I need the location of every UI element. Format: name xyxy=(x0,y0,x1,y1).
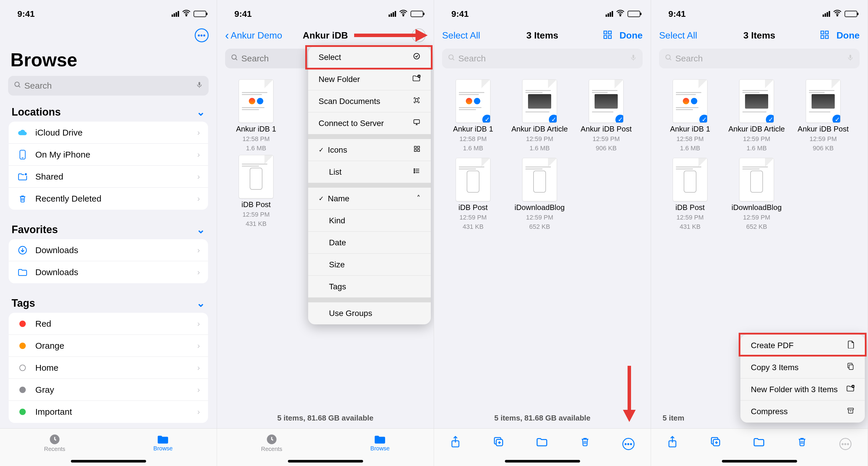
svg-rect-55 xyxy=(826,36,828,38)
search-field[interactable] xyxy=(8,76,209,95)
home-indicator[interactable] xyxy=(505,460,580,463)
file-item[interactable]: ✓Ankur iDB Post12:59 PM906 KB xyxy=(793,79,854,152)
home-indicator[interactable] xyxy=(288,460,363,463)
file-item[interactable]: ✓Ankur iDB Article12:59 PM1.6 MB xyxy=(509,79,570,152)
select-all-button[interactable]: Select All xyxy=(659,30,697,41)
file-time: 12:59 PM xyxy=(677,214,704,221)
file-name: Ankur iDB Post xyxy=(798,124,848,134)
menu-copy-items[interactable]: Copy 3 Items xyxy=(740,356,865,379)
favorite-downloads-2[interactable]: Downloads› xyxy=(9,261,208,283)
tag-gray[interactable]: Gray› xyxy=(9,379,208,401)
more-button[interactable]: ••• xyxy=(195,28,209,42)
file-item[interactable]: ✓Ankur iDB Post12:59 PM906 KB xyxy=(576,79,637,152)
favorite-downloads-1[interactable]: Downloads› xyxy=(9,239,208,261)
folder-icon xyxy=(17,268,28,276)
menu-sort-date[interactable]: Date xyxy=(308,232,431,254)
menu-use-groups[interactable]: Use Groups xyxy=(308,302,431,324)
tag-home[interactable]: Home› xyxy=(9,357,208,379)
file-item[interactable]: iDownloadBlog12:59 PM652 KB xyxy=(509,158,570,231)
move-button[interactable] xyxy=(536,436,548,449)
battery-icon xyxy=(844,11,857,17)
svg-point-30 xyxy=(414,172,415,173)
delete-button[interactable] xyxy=(797,436,807,450)
duplicate-button[interactable] xyxy=(493,436,504,450)
selected-check-icon: ✓ xyxy=(699,114,707,123)
menu-view-list[interactable]: List xyxy=(308,161,431,183)
location-shared[interactable]: Shared› xyxy=(9,166,208,188)
menu-new-folder-with-items[interactable]: New Folder with 3 Items xyxy=(740,379,865,401)
tab-browse[interactable]: Browse xyxy=(370,434,390,452)
tab-recents[interactable]: Recents xyxy=(44,434,65,453)
location-trash[interactable]: Recently Deleted› xyxy=(9,188,208,210)
chevron-left-icon: ‹ xyxy=(225,29,229,42)
svg-point-7 xyxy=(24,173,27,176)
file-item[interactable]: iDB Post 12:59 PM 431 KB xyxy=(226,155,286,228)
back-button[interactable]: ‹ Ankur Demo xyxy=(225,29,283,42)
file-thumbnail xyxy=(522,158,557,201)
menu-compress[interactable]: Compress xyxy=(740,401,865,423)
tag-red[interactable]: Red› xyxy=(9,313,208,335)
location-iphone[interactable]: On My iPhone› xyxy=(9,144,208,166)
tab-recents[interactable]: Recents xyxy=(261,434,282,453)
done-button[interactable]: Done xyxy=(619,30,643,41)
svg-rect-3 xyxy=(198,82,200,85)
svg-line-40 xyxy=(453,59,454,60)
menu-connect-server[interactable]: Connect to Server xyxy=(308,112,431,135)
menu-sort-name[interactable]: ✓Name˄ xyxy=(308,188,431,210)
share-button[interactable] xyxy=(667,436,678,450)
svg-point-12 xyxy=(403,15,404,16)
select-all-button[interactable]: Select All xyxy=(442,30,480,41)
menu-sort-size[interactable]: Size xyxy=(308,254,431,276)
menu-create-pdf[interactable]: Create PDF xyxy=(740,334,865,356)
home-indicator[interactable] xyxy=(71,460,146,463)
selected-check-icon: ✓ xyxy=(482,114,490,123)
svg-rect-54 xyxy=(821,36,824,38)
folder-screen-with-menu: 9:41 ‹ Ankur Demo Ankur iDB ••• Ankur iD… xyxy=(217,0,434,466)
file-item[interactable]: iDB Post12:59 PM431 KB xyxy=(443,158,503,231)
tag-important[interactable]: Important› xyxy=(9,401,208,423)
file-thumbnail xyxy=(673,158,707,201)
search-input[interactable] xyxy=(24,81,193,91)
svg-rect-37 xyxy=(604,36,607,38)
file-item[interactable]: ✓Ankur iDB Article12:59 PM1.6 MB xyxy=(726,79,787,152)
file-item[interactable]: iDownloadBlog12:59 PM652 KB xyxy=(726,158,787,231)
menu-scan-documents[interactable]: Scan Documents xyxy=(308,90,431,112)
delete-button[interactable] xyxy=(580,436,590,450)
duplicate-button[interactable] xyxy=(710,436,721,450)
move-button[interactable] xyxy=(753,436,765,449)
svg-rect-68 xyxy=(848,408,854,410)
signal-icon xyxy=(172,11,179,17)
tag-orange[interactable]: Orange› xyxy=(9,335,208,357)
status-bar: 9:41 xyxy=(651,0,868,24)
file-thumbnail: ✓ xyxy=(456,79,490,123)
done-button[interactable]: Done xyxy=(836,30,860,41)
share-button[interactable] xyxy=(450,436,461,450)
menu-sort-kind[interactable]: Kind xyxy=(308,210,431,232)
tags-header[interactable]: Tags ⌄ xyxy=(0,292,217,313)
grid-view-icon[interactable] xyxy=(820,30,830,41)
chevron-right-icon: › xyxy=(197,150,200,159)
favorites-header[interactable]: Favorites ⌄ xyxy=(0,219,217,239)
file-item[interactable]: iDB Post12:59 PM431 KB xyxy=(660,158,720,231)
mic-icon[interactable] xyxy=(196,81,203,91)
locations-header[interactable]: Locations ⌄ xyxy=(0,101,217,122)
menu-new-folder[interactable]: New Folder xyxy=(308,68,431,90)
file-item[interactable]: ✓Ankur iDB 112:58 PM1.6 MB xyxy=(443,79,503,152)
more-button[interactable]: ••• xyxy=(412,28,426,42)
menu-sort-tags[interactable]: Tags xyxy=(308,276,431,298)
more-actions-button[interactable]: ••• xyxy=(622,436,634,450)
status-time: 9:41 xyxy=(669,9,686,19)
grid-view-icon[interactable] xyxy=(603,30,613,41)
search-field xyxy=(659,49,860,68)
file-item[interactable]: ✓Ankur iDB 112:58 PM1.6 MB xyxy=(660,79,720,152)
chevron-right-icon: › xyxy=(197,194,200,203)
tab-browse[interactable]: Browse xyxy=(153,434,173,452)
more-actions-button[interactable]: ••• xyxy=(839,436,851,450)
menu-view-icons[interactable]: ✓Icons xyxy=(308,139,431,161)
file-size: 906 KB xyxy=(596,145,617,152)
file-item[interactable]: Ankur iDB 1 12:58 PM 1.6 MB xyxy=(226,79,286,152)
chevron-up-icon: ˄ xyxy=(416,194,421,203)
home-indicator[interactable] xyxy=(722,460,797,463)
menu-select[interactable]: Select xyxy=(308,46,431,68)
location-icloud[interactable]: iCloud Drive› xyxy=(9,122,208,144)
